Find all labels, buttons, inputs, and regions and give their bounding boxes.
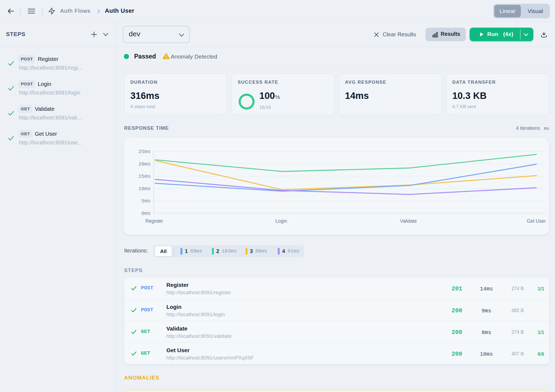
- svg-text:Validate: Validate: [400, 218, 417, 224]
- svg-text:20ms: 20ms: [138, 161, 151, 167]
- svg-text:Get User: Get User: [527, 218, 546, 224]
- svg-text:0ms: 0ms: [141, 210, 151, 216]
- svg-text:15ms: 15ms: [138, 173, 151, 179]
- svg-text:25ms: 25ms: [138, 149, 151, 155]
- svg-text:10ms: 10ms: [138, 186, 151, 192]
- svg-text:Register: Register: [145, 218, 163, 224]
- svg-text:Login: Login: [276, 218, 287, 224]
- svg-text:5ms: 5ms: [141, 198, 151, 204]
